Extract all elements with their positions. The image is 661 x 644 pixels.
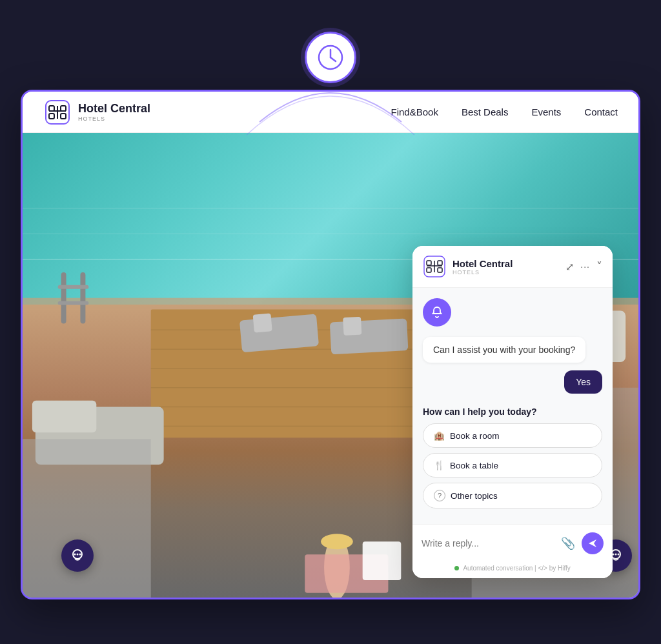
pool-area: Hotel Central HOTELS ⤢ ··· ˅ (23, 133, 638, 598)
chat-footer: 📎 (412, 524, 613, 562)
book-room-label: Book a room (450, 431, 500, 441)
chat-logo-svg (423, 255, 446, 278)
bot-message-1: Can I assist you with your booking? (423, 337, 585, 363)
svg-line-2 (330, 57, 336, 61)
hotel-logo-text-group: Hotel Central HOTELS (78, 102, 150, 122)
chat-header-actions: ⤢ ··· ˅ (565, 259, 602, 274)
user-message-wrapper: Yes (423, 370, 602, 404)
svg-point-40 (74, 554, 76, 556)
chat-footer-note: Automated conversation | </> by Hiffy (412, 562, 613, 578)
footer-note-text: Automated conversation | </> by Hiffy (463, 565, 570, 572)
chat-launcher-left[interactable] (61, 539, 94, 572)
nav-contact[interactable]: Contact (584, 106, 618, 117)
other-topics-label: Other topics (451, 491, 498, 501)
bell-icon (430, 305, 444, 319)
clock-badge (305, 32, 356, 83)
attach-icon[interactable]: 📎 (561, 536, 575, 550)
book-table-emoji: 🍴 (434, 460, 445, 470)
more-icon[interactable]: ··· (580, 261, 590, 272)
svg-point-41 (77, 554, 79, 556)
chat-body: Can I assist you with your booking? Yes … (412, 288, 613, 524)
clock-icon (316, 43, 345, 72)
nav-best-deals[interactable]: Best Deals (462, 106, 509, 117)
chat-header: Hotel Central HOTELS ⤢ ··· ˅ (412, 246, 613, 288)
expand-icon[interactable]: ⤢ (565, 261, 574, 273)
hotel-site: Hotel Central HOTELS Find&Book Best Deal… (23, 92, 638, 598)
notif-bubble (423, 298, 451, 327)
send-icon (587, 538, 598, 548)
send-button[interactable] (582, 532, 604, 554)
chevron-icon[interactable]: ˅ (596, 259, 602, 274)
other-topics-btn[interactable]: ? Other topics (423, 483, 602, 508)
hotel-logo-name: Hotel Central (78, 102, 150, 116)
hotel-logo-svg (43, 98, 72, 126)
nav-events[interactable]: Events (531, 106, 561, 117)
svg-point-42 (79, 554, 81, 556)
chat-widget-subtitle: HOTELS (453, 269, 559, 276)
book-room-emoji: 🏨 (434, 430, 445, 441)
book-table-label: Book a table (450, 461, 498, 470)
hotel-logo: Hotel Central HOTELS (43, 98, 150, 126)
book-room-btn[interactable]: 🏨 Book a room (423, 423, 602, 448)
user-message-1: Yes (564, 370, 602, 394)
help-label: How can I help you today? (423, 407, 602, 417)
chat-reply-input[interactable] (422, 538, 554, 548)
browser-frame: Hotel Central HOTELS Find&Book Best Deal… (21, 90, 640, 599)
help-section: How can I help you today? 🏨 Book a room … (423, 404, 602, 508)
hotel-logo-sub: HOTELS (78, 116, 150, 122)
svg-point-46 (618, 554, 620, 556)
chat-title-group: Hotel Central HOTELS (453, 258, 559, 276)
book-table-btn[interactable]: 🍴 Book a table (423, 453, 602, 478)
online-indicator (454, 566, 459, 570)
chat-widget: Hotel Central HOTELS ⤢ ··· ˅ (412, 246, 613, 578)
chat-launcher-left-icon (69, 547, 86, 564)
other-topics-emoji: ? (434, 490, 445, 501)
outer-wrapper: Hotel Central HOTELS Find&Book Best Deal… (21, 32, 640, 612)
chat-widget-title: Hotel Central (453, 258, 559, 269)
svg-point-45 (615, 554, 617, 556)
